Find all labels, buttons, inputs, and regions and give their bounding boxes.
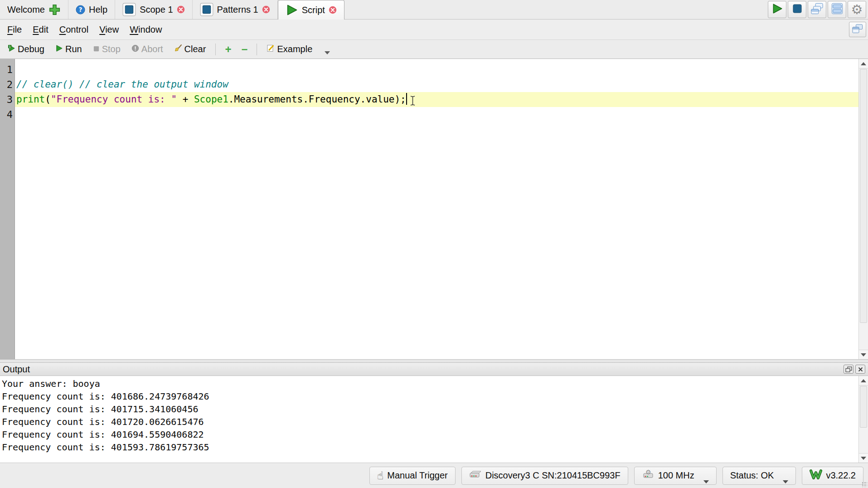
tile-windows-button[interactable] — [828, 1, 846, 18]
status-button[interactable]: Status: OK — [723, 467, 796, 485]
remove-button[interactable]: − — [237, 44, 252, 55]
script-toolbar: 1 Debug Run Stop Abort Clear + − Example — [0, 40, 868, 59]
stop-all-button[interactable] — [788, 1, 806, 18]
menu-bar: File Edit Control View Window — [0, 20, 868, 40]
help-icon: ? — [76, 5, 85, 15]
tab-scope-1-label: Scope 1 — [140, 5, 173, 15]
tab-welcome[interactable]: Welcome — [0, 0, 68, 19]
close-panel-icon — [858, 364, 863, 375]
play-icon — [771, 3, 783, 16]
line-number: 2 — [0, 77, 15, 92]
output-vertical-scrollbar[interactable] — [858, 376, 868, 463]
tab-welcome-label: Welcome — [7, 5, 45, 15]
close-tab-icon[interactable] — [177, 5, 185, 14]
example-pencil-icon — [267, 44, 275, 54]
example-button[interactable]: Example — [262, 42, 317, 57]
waveforms-logo-icon — [810, 469, 822, 482]
tab-bar: Welcome ? Help Scope 1 Patterns 1 Script — [0, 0, 868, 20]
stop-icon — [792, 3, 803, 16]
cascade-windows-button[interactable] — [808, 1, 826, 18]
output-panel: Your answer: booya Frequency count is: 4… — [0, 376, 868, 463]
menu-control[interactable]: Control — [54, 22, 94, 38]
manual-trigger-hand-icon: ☝ — [377, 470, 384, 481]
cascade-windows-icon — [811, 3, 824, 16]
tab-patterns-1[interactable]: Patterns 1 — [193, 0, 278, 19]
close-tab-icon[interactable] — [329, 6, 337, 14]
scroll-down-arrow-icon[interactable] — [859, 350, 868, 359]
editor-vertical-scrollbar[interactable] — [858, 59, 868, 359]
status-dropdown-caret-icon — [783, 480, 788, 483]
run-button[interactable]: Run — [50, 42, 87, 57]
code-area[interactable]: // clear() // clear the output window pr… — [15, 59, 858, 359]
code-line-4 — [15, 107, 858, 122]
tile-windows-icon — [831, 3, 843, 16]
scroll-down-arrow-icon[interactable] — [859, 453, 868, 463]
svg-text:?: ? — [79, 6, 82, 13]
window-resize-grip[interactable] — [862, 482, 867, 487]
tab-help[interactable]: ? Help — [68, 0, 115, 19]
tab-patterns-1-label: Patterns 1 — [217, 5, 258, 15]
debug-icon: 1 — [8, 44, 15, 54]
version-button[interactable]: v3.22.2 — [802, 467, 863, 485]
stop-button[interactable]: Stop — [88, 42, 126, 57]
clear-button[interactable]: Clear — [169, 42, 211, 57]
system-clock-button[interactable]: ⚙ 100 MHz — [634, 467, 717, 485]
tab-script-label: Script — [302, 5, 325, 15]
tab-script[interactable]: Script — [278, 0, 344, 20]
float-panel-icon — [845, 364, 852, 375]
run-all-button[interactable] — [768, 1, 786, 18]
debug-button[interactable]: 1 Debug — [3, 42, 49, 57]
scroll-up-arrow-icon[interactable] — [859, 59, 868, 68]
tab-help-label: Help — [89, 5, 107, 15]
menu-file[interactable]: File — [2, 22, 27, 38]
svg-text:⚙: ⚙ — [645, 469, 651, 476]
scroll-up-arrow-icon[interactable] — [859, 376, 868, 386]
editor-scrollbar-thumb[interactable] — [860, 69, 867, 323]
output-log[interactable]: Your answer: booya Frequency count is: 4… — [0, 376, 858, 463]
clear-broom-icon — [174, 44, 182, 54]
clock-dropdown-caret-icon — [703, 480, 709, 483]
code-line-3-current: print("Frequency count is: " + Scope1.Me… — [15, 92, 858, 107]
float-panel-button[interactable] — [844, 365, 853, 374]
code-editor: 1 2 3 4 // clear() // clear the output w… — [0, 59, 868, 359]
comment-text: // clear() // clear the output window — [16, 79, 228, 90]
device-icon — [469, 470, 482, 481]
scope-instrument-icon — [122, 3, 136, 16]
status-bar: ☝ Manual Trigger Discovery3 C SN:210415B… — [0, 463, 868, 488]
output-line: Frequency count is: 401686.24739768426 — [2, 390, 858, 403]
window-buttons: ⚙ — [768, 0, 868, 19]
restore-window-button[interactable] — [849, 22, 866, 37]
device-button[interactable]: Discovery3 C SN:210415BC993F — [461, 467, 628, 485]
close-panel-button[interactable] — [855, 365, 865, 374]
gear-icon: ⚙ — [851, 3, 863, 16]
output-line: Frequency count is: 401715.341060456 — [2, 403, 858, 415]
close-tab-icon[interactable] — [262, 5, 270, 14]
menu-edit[interactable]: Edit — [27, 22, 53, 38]
add-button[interactable]: + — [220, 44, 236, 55]
output-line: Frequency count is: 401593.78619757365 — [2, 441, 858, 454]
tab-scope-1[interactable]: Scope 1 — [115, 0, 192, 19]
abort-button[interactable]: Abort — [126, 42, 168, 57]
code-line-2: // clear() // clear the output window — [15, 77, 858, 92]
editor-output-splitter[interactable] — [0, 359, 868, 363]
settings-button[interactable]: ⚙ — [848, 1, 866, 18]
restore-window-icon — [852, 24, 863, 35]
add-instrument-plus-icon[interactable] — [48, 4, 61, 16]
example-dropdown-caret-icon[interactable] — [325, 51, 330, 54]
text-caret — [406, 93, 407, 105]
output-panel-title: Output — [3, 364, 30, 375]
menu-window[interactable]: Window — [124, 22, 167, 38]
output-scrollbar-thumb[interactable] — [860, 386, 867, 428]
code-line-1 — [15, 62, 858, 77]
run-play-icon — [55, 44, 63, 54]
line-number: 1 — [0, 62, 15, 77]
line-number: 4 — [0, 107, 15, 122]
stop-square-icon — [93, 44, 100, 54]
output-panel-header: Output — [0, 363, 868, 376]
clock-device-gear-icon: ⚙ — [642, 469, 655, 482]
output-line: Your answer: booya — [2, 377, 858, 390]
toolbar-separator — [257, 44, 257, 55]
toolbar-separator — [215, 44, 216, 55]
manual-trigger-button[interactable]: ☝ Manual Trigger — [369, 467, 456, 485]
menu-view[interactable]: View — [94, 22, 124, 38]
